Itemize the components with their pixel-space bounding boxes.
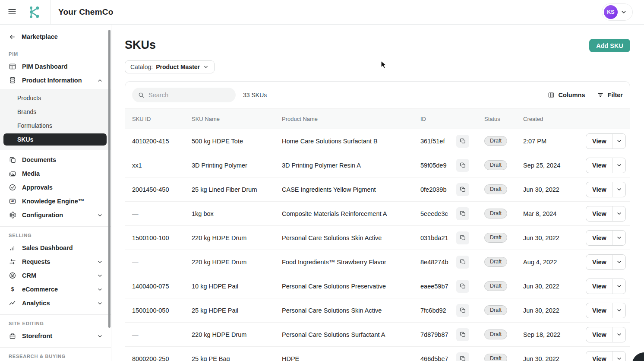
copy-id-button[interactable] xyxy=(456,135,469,148)
cell-actions: View xyxy=(586,303,626,318)
back-to-marketplace[interactable]: Marketplace xyxy=(0,28,111,45)
sidebar-scrollbar[interactable] xyxy=(108,30,110,328)
sidebar-item-requests[interactable]: Requests xyxy=(0,255,111,269)
columns-button[interactable]: Columns xyxy=(548,92,585,98)
copy-id-button[interactable] xyxy=(456,207,469,220)
view-button[interactable]: View xyxy=(586,303,626,318)
sidebar-item-product-information[interactable]: Product Information xyxy=(0,73,111,87)
sidebar-item-label: Media xyxy=(22,170,40,177)
view-button-label[interactable]: View xyxy=(586,327,612,342)
sidebar-section-label-research-buying: RESEARCH & BUYING xyxy=(9,354,102,359)
approvals-icon xyxy=(9,184,16,191)
sidebar-item-documents[interactable]: Documents xyxy=(0,153,111,167)
cell-product-name: Food Ingredients™ Strawberry Flavor xyxy=(282,259,420,266)
status-badge: Draft xyxy=(484,160,507,170)
view-dropdown-toggle[interactable] xyxy=(612,134,625,149)
view-dropdown-toggle[interactable] xyxy=(612,352,625,361)
main-content: SKUs Add SKU Catalog: Product Master 33 … xyxy=(111,25,644,361)
cell-actions: View xyxy=(586,254,626,270)
view-button-label[interactable]: View xyxy=(586,279,612,294)
cell-sku-id: — xyxy=(132,210,192,217)
copy-id-button[interactable] xyxy=(456,159,469,172)
col-header-status: Status xyxy=(484,116,523,122)
table-body: 4010200-415500 kg HDPE ToteHome Care Sol… xyxy=(125,129,630,361)
arrow-left-icon xyxy=(9,33,16,41)
copy-id-button[interactable] xyxy=(456,352,469,361)
cell-created: 2:07 PM xyxy=(523,138,586,145)
status-badge: Draft xyxy=(484,305,507,315)
view-dropdown-toggle[interactable] xyxy=(612,327,625,342)
view-button-label[interactable]: View xyxy=(586,231,612,245)
view-button-label[interactable]: View xyxy=(586,182,612,197)
cell-actions: View xyxy=(586,206,626,222)
view-button-label[interactable]: View xyxy=(586,206,612,221)
view-button-label[interactable]: View xyxy=(586,255,612,269)
sidebar-subitem-skus[interactable]: SKUs xyxy=(3,133,107,146)
copy-id-button[interactable] xyxy=(456,256,469,269)
gear-icon xyxy=(9,211,16,219)
sidebar-item-storefront[interactable]: Storefront xyxy=(0,329,111,343)
filter-button[interactable]: Filter xyxy=(597,92,623,98)
add-sku-button[interactable]: Add SKU xyxy=(589,39,630,52)
copy-id-button[interactable] xyxy=(456,280,469,293)
cell-sku-name: 500 kg HDPE Tote xyxy=(192,138,282,145)
sidebar-item-configuration[interactable]: Configuration xyxy=(0,208,111,222)
view-button-label[interactable]: View xyxy=(586,134,612,149)
cell-id: 7d879b87 xyxy=(420,331,456,338)
cell-status: Draft xyxy=(484,281,523,291)
sidebar-item-pim-dashboard[interactable]: PIM Dashboard xyxy=(0,60,111,73)
copy-id-button[interactable] xyxy=(456,328,469,341)
view-dropdown-toggle[interactable] xyxy=(612,158,625,173)
view-button[interactable]: View xyxy=(586,254,626,270)
col-header-created: Created xyxy=(523,116,586,122)
copy-id-button[interactable] xyxy=(456,183,469,196)
search-box[interactable] xyxy=(132,88,236,102)
sidebar-item-crm[interactable]: CRM xyxy=(0,269,111,282)
sidebar-subitem-products[interactable]: Products xyxy=(0,91,111,105)
view-dropdown-toggle[interactable] xyxy=(612,206,625,221)
view-button-label[interactable]: View xyxy=(586,303,612,318)
cell-created: Jun 30, 2022 xyxy=(523,355,586,361)
sidebar-item-media[interactable]: Media xyxy=(0,167,111,180)
sidebar-item-sales-dashboard[interactable]: Sales Dashboard xyxy=(0,241,111,255)
view-button[interactable]: View xyxy=(586,279,626,294)
sidebar-subitem-brands[interactable]: Brands xyxy=(0,105,111,119)
view-button-label[interactable]: View xyxy=(586,158,612,173)
cell-copy xyxy=(456,183,484,196)
view-button[interactable]: View xyxy=(586,133,626,149)
view-button[interactable]: View xyxy=(586,182,626,197)
view-dropdown-toggle[interactable] xyxy=(612,231,625,245)
status-badge: Draft xyxy=(484,209,507,218)
view-dropdown-toggle[interactable] xyxy=(612,182,625,197)
view-button[interactable]: View xyxy=(586,206,626,222)
copy-id-button[interactable] xyxy=(456,231,469,244)
sidebar-item-approvals[interactable]: Approvals xyxy=(0,180,111,194)
view-dropdown-toggle[interactable] xyxy=(612,303,625,318)
sidebar-item-knowledge-engine[interactable]: AIKnowledge Engine™ xyxy=(0,194,111,208)
cell-actions: View xyxy=(586,327,626,342)
database-icon xyxy=(9,76,16,84)
user-menu[interactable]: KS xyxy=(602,3,633,21)
menu-icon[interactable] xyxy=(7,7,18,17)
view-dropdown-toggle[interactable] xyxy=(612,279,625,294)
view-dropdown-toggle[interactable] xyxy=(612,255,625,269)
view-button[interactable]: View xyxy=(586,351,626,361)
view-button[interactable]: View xyxy=(586,230,626,246)
view-button-label[interactable]: View xyxy=(586,352,612,361)
cell-id: 7fc6bd92 xyxy=(420,307,456,314)
company-logo-icon[interactable] xyxy=(26,4,43,20)
catalog-selector[interactable]: Catalog: Product Master xyxy=(125,60,215,73)
sidebar-divider xyxy=(0,226,111,227)
cell-copy xyxy=(456,207,484,220)
sidebar-item-analytics[interactable]: Analytics xyxy=(0,296,111,310)
sidebar-item-ecommerce[interactable]: $eCommerce xyxy=(0,282,111,296)
copy-id-button[interactable] xyxy=(456,304,469,317)
table-row: 1500100-100220 kg HDPE DrumPersonal Care… xyxy=(125,226,630,250)
view-button[interactable]: View xyxy=(586,158,626,173)
view-button[interactable]: View xyxy=(586,327,626,342)
documents-icon xyxy=(9,156,16,164)
sidebar-subitem-formulations[interactable]: Formulations xyxy=(0,119,111,133)
cell-sku-id: — xyxy=(132,259,192,266)
sidebar-item-label: Requests xyxy=(22,258,50,265)
search-input[interactable] xyxy=(148,92,230,98)
